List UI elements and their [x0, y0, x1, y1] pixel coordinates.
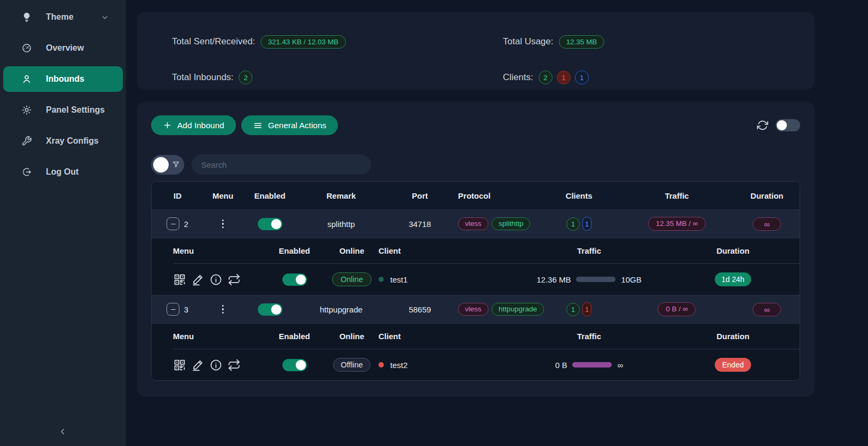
main-content: Total Sent/Received: 321.43 KB / 12.03 M…	[126, 0, 868, 446]
user-icon	[21, 74, 32, 84]
sidebar-item-label: Panel Settings	[46, 105, 105, 115]
info-icon[interactable]	[209, 273, 223, 286]
col-header-clients: Clients	[539, 191, 620, 200]
clients-expiring-badge: 1	[582, 217, 591, 231]
client-name: test2	[390, 361, 408, 370]
inbound-remark: splithttp	[297, 220, 385, 229]
transport-tag: httpupgrade	[492, 303, 544, 316]
sub-header-duration: Duration	[666, 332, 800, 341]
sub-header-duration: Duration	[666, 246, 800, 255]
minus-icon	[170, 221, 177, 228]
inbound-row: 3 httpupgrade 58659 vless httpupgrade 1 …	[152, 295, 800, 323]
info-icon[interactable]	[209, 358, 223, 372]
stat-label: Clients:	[503, 72, 533, 83]
chevron-down-icon	[101, 13, 109, 21]
sidebar-item-label: Log Out	[46, 167, 78, 177]
inbounds-table: ID Menu Enabled Remark Port Protocol Cli…	[151, 181, 800, 381]
protocol-tag: vless	[458, 303, 488, 316]
client-enabled-toggle[interactable]	[282, 359, 307, 371]
sidebar-item-overview[interactable]: Overview	[3, 35, 123, 61]
bulb-icon	[21, 12, 32, 22]
collapse-row-button[interactable]	[167, 217, 179, 230]
reset-traffic-icon[interactable]	[227, 358, 241, 372]
minus-icon	[170, 306, 177, 313]
inbound-enabled-toggle[interactable]	[258, 303, 282, 316]
sidebar-item-label: Overview	[46, 43, 84, 53]
edit-icon[interactable]	[191, 358, 204, 372]
total-usage-badge: 12.35 MB	[559, 35, 605, 49]
sidebar-item-label: Xray Configs	[46, 136, 99, 146]
client-table-header: Menu Enabled Online Client Traffic Durat…	[152, 238, 800, 263]
sidebar-item-logout[interactable]: Log Out	[3, 159, 123, 185]
inbound-remark: httpupgrade	[297, 305, 385, 314]
sidebar-item-theme[interactable]: Theme	[3, 4, 123, 30]
inbound-id: 3	[184, 305, 188, 314]
auto-refresh-toggle[interactable]	[776, 119, 800, 131]
table-header-row: ID Menu Enabled Remark Port Protocol Cli…	[152, 182, 800, 209]
row-menu-button[interactable]	[220, 303, 226, 316]
online-status-badge: Offline	[333, 358, 370, 372]
client-status-dot	[378, 277, 384, 282]
stat-total-inbounds: Total Inbounds: 2	[172, 66, 503, 90]
gauge-icon	[21, 43, 32, 53]
inbound-id: 2	[184, 220, 188, 229]
refresh-icon[interactable]	[757, 120, 768, 131]
reset-traffic-icon[interactable]	[227, 273, 241, 286]
qr-code-icon[interactable]	[173, 358, 186, 372]
col-header-port: Port	[385, 191, 455, 200]
inbound-expanded-panel: Menu Enabled Online Client Traffic Durat…	[152, 238, 800, 295]
sidebar-item-label: Inbounds	[46, 74, 84, 84]
client-row: Offline test2 0 B ∞ Ended	[152, 349, 800, 380]
sidebar-item-xray-configs[interactable]: Xray Configs	[3, 128, 123, 154]
client-enabled-toggle[interactable]	[282, 273, 307, 286]
add-inbound-button[interactable]: Add Inbound	[151, 115, 236, 135]
edit-icon[interactable]	[191, 273, 204, 286]
traffic-limit: 10GB	[621, 275, 641, 284]
protocol-tag: vless	[458, 217, 488, 230]
traffic-limit: ∞	[617, 361, 623, 370]
row-menu-button[interactable]	[220, 217, 226, 231]
sidebar-item-panel-settings[interactable]: Panel Settings	[3, 97, 123, 123]
inbound-enabled-toggle[interactable]	[258, 218, 282, 230]
col-header-duration: Duration	[734, 191, 800, 200]
toolbar: Add Inbound General Actions	[151, 115, 800, 135]
duration-badge: ∞	[753, 217, 781, 231]
client-traffic: 12.36 MB 10GB	[536, 275, 642, 284]
traffic-badge: 12.35 MB / ∞	[648, 217, 706, 231]
collapse-row-button[interactable]	[167, 303, 179, 316]
sidebar: Theme Overview Inbounds Panel Settings	[0, 0, 126, 446]
traffic-used: 0 B	[555, 361, 567, 370]
traffic-used: 12.36 MB	[536, 275, 571, 284]
qr-code-icon[interactable]	[173, 273, 186, 286]
duration-badge: ∞	[753, 303, 781, 316]
col-header-traffic: Traffic	[619, 191, 734, 200]
inbound-port: 34718	[385, 220, 455, 229]
clients-active-badge: 2	[539, 71, 553, 84]
sub-header-enabled: Enabled	[264, 246, 325, 255]
filter-toggle[interactable]	[151, 155, 184, 175]
clients-deactive-badge: 1	[557, 71, 571, 84]
sent-received-badge: 321.43 KB / 12.03 MB	[261, 35, 346, 49]
general-actions-button[interactable]: General Actions	[241, 115, 338, 135]
sub-header-online: Online	[325, 246, 378, 255]
stat-label: Total Sent/Received:	[172, 36, 255, 47]
wrench-icon	[21, 136, 32, 146]
sub-header-online: Online	[325, 332, 378, 341]
chevron-left-icon	[58, 427, 68, 436]
inbounds-card: Add Inbound General Actions	[137, 101, 815, 397]
stats-card: Total Sent/Received: 321.43 KB / 12.03 M…	[137, 12, 815, 90]
filter-toggle-knob	[153, 157, 169, 173]
menu-lines-icon	[253, 121, 263, 130]
plus-icon	[163, 121, 172, 130]
sidebar-item-inbounds[interactable]: Inbounds	[3, 66, 123, 92]
sidebar-collapse-button[interactable]	[58, 427, 68, 436]
client-duration-badge: Ended	[715, 358, 751, 372]
col-header-id: ID	[152, 191, 203, 200]
stat-clients: Clients: 2 1 1	[503, 66, 815, 90]
client-status-dot	[378, 362, 384, 367]
toolbar-right	[757, 119, 800, 131]
client-table-header: Menu Enabled Online Client Traffic Durat…	[152, 324, 800, 349]
search-input[interactable]	[192, 154, 371, 175]
traffic-progress-bar	[576, 277, 616, 282]
sub-header-traffic: Traffic	[512, 332, 666, 341]
